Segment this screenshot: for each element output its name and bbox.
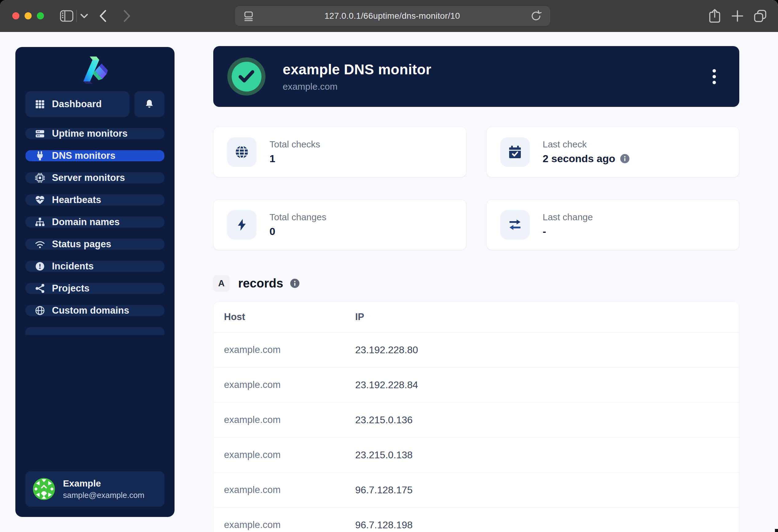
- server-stack-icon: [35, 128, 45, 139]
- arrows-swap-icon: [500, 210, 530, 240]
- ip-cell: 23.192.228.84: [355, 379, 739, 391]
- sidebar-item-uptime-monitors[interactable]: Uptime monitors: [25, 128, 164, 139]
- user-menu[interactable]: Example sample@example.com: [25, 471, 164, 507]
- sidebar-item-server-monitors[interactable]: Server monitors: [25, 172, 164, 183]
- grid-icon: [35, 99, 45, 109]
- column-header-ip: IP: [355, 312, 739, 323]
- globe-icon: [227, 137, 256, 167]
- stat-label: Last change: [543, 212, 593, 223]
- sidebar-item-partial[interactable]: [25, 327, 164, 335]
- user-email: sample@example.com: [63, 491, 144, 500]
- tab-overview-icon[interactable]: [751, 0, 769, 32]
- user-name: Example: [63, 478, 144, 489]
- sidebar-item-domain-names[interactable]: Domain names: [25, 216, 164, 228]
- sidebar-item-custom-domains[interactable]: Custom domains: [25, 305, 164, 316]
- page-settings-icon[interactable]: [243, 10, 254, 22]
- stat-value: 1: [269, 153, 275, 165]
- host-cell: example.com: [214, 379, 355, 390]
- stat-value: 0: [269, 226, 275, 238]
- sidebar-item-label: Uptime monitors: [52, 128, 128, 139]
- sidebar-item-label: Incidents: [52, 261, 94, 272]
- records-title: records: [238, 276, 283, 290]
- browser-window: 127.0.0.1/66uptime/dns-monitor/10: [0, 0, 778, 532]
- notifications-button[interactable]: [134, 91, 164, 117]
- sidebar-item-projects[interactable]: Projects: [25, 283, 164, 294]
- share-nodes-icon: [35, 283, 45, 294]
- column-header-host: Host: [214, 312, 355, 323]
- sidebar-item-dashboard[interactable]: Dashboard: [25, 91, 129, 117]
- table-row: example.com 96.7.128.175: [214, 473, 739, 508]
- sidebar: Dashboard Uptime monitors DNS moni: [15, 47, 174, 517]
- plug-icon: [35, 151, 45, 161]
- address-bar[interactable]: 127.0.0.1/66uptime/dns-monitor/10: [235, 6, 550, 26]
- ip-cell: 96.7.128.175: [355, 484, 739, 496]
- sidebar-item-status-pages[interactable]: Status pages: [25, 239, 164, 250]
- exclamation-circle-icon: [35, 261, 45, 272]
- calendar-check-icon: [500, 137, 530, 167]
- close-window-button[interactable]: [12, 12, 19, 19]
- heart-pulse-icon: [35, 195, 45, 205]
- host-cell: example.com: [214, 344, 355, 355]
- traffic-lights: [12, 12, 44, 19]
- table-row: example.com 23.215.0.136: [214, 403, 739, 438]
- forward-button[interactable]: [119, 0, 135, 32]
- stat-label: Last check: [543, 139, 630, 150]
- zoom-window-button[interactable]: [37, 12, 44, 19]
- stat-card-total-changes: Total changes 0: [213, 199, 466, 250]
- sidebar-item-heartbeats[interactable]: Heartbeats: [25, 194, 164, 205]
- stat-label: Total changes: [269, 212, 326, 223]
- stat-value: 2 seconds ago: [543, 153, 615, 165]
- bolt-icon: [227, 210, 256, 240]
- minimize-window-button[interactable]: [24, 12, 32, 19]
- sidebar-item-dns-monitors[interactable]: DNS monitors: [25, 150, 164, 161]
- status-up-icon: [227, 58, 265, 96]
- sidebar-item-incidents[interactable]: Incidents: [25, 261, 164, 272]
- host-cell: example.com: [214, 449, 355, 460]
- url-text[interactable]: 127.0.0.1/66uptime/dns-monitor/10: [254, 11, 531, 21]
- ip-cell: 23.192.228.80: [355, 344, 739, 356]
- sidebar-item-label: Heartbeats: [52, 194, 101, 205]
- wifi-icon: [35, 239, 45, 249]
- ip-cell: 96.7.128.198: [355, 519, 739, 531]
- stat-card-last-check: Last check 2 seconds ago: [486, 126, 739, 177]
- new-tab-icon[interactable]: [728, 0, 747, 32]
- sidebar-item-label: Status pages: [52, 239, 111, 250]
- app-logo-icon: [79, 55, 111, 84]
- back-button[interactable]: [95, 0, 110, 32]
- kebab-menu-icon[interactable]: [709, 66, 719, 87]
- records-table: Host IP example.com 23.192.228.80 exampl…: [213, 301, 739, 532]
- sidebar-item-label: Server monitors: [52, 172, 125, 183]
- reload-icon[interactable]: [531, 10, 542, 22]
- record-type-badge: A: [213, 275, 230, 291]
- chevron-down-icon[interactable]: [78, 0, 90, 32]
- table-row: example.com 23.192.228.84: [214, 368, 739, 403]
- sidebar-item-label: Domain names: [52, 216, 120, 228]
- info-icon[interactable]: [290, 279, 300, 288]
- monitor-header-card: example DNS monitor example.com: [213, 46, 739, 107]
- screen-corner-artifact: [775, 529, 778, 532]
- avatar: [33, 478, 55, 500]
- monitor-domain: example.com: [283, 81, 432, 92]
- stat-card-total-checks: Total checks 1: [213, 126, 466, 177]
- cpu-chip-icon: [35, 173, 45, 183]
- sidebar-item-label: Custom domains: [52, 305, 129, 316]
- info-icon[interactable]: [620, 154, 630, 163]
- records-section-header: A records: [213, 275, 300, 291]
- host-cell: example.com: [214, 484, 355, 496]
- toolbar-divider: [76, 10, 77, 22]
- table-row: example.com 23.215.0.138: [214, 438, 739, 473]
- page-title: example DNS monitor: [283, 61, 432, 78]
- table-row: example.com 96.7.128.198: [214, 508, 739, 532]
- ip-cell: 23.215.0.138: [355, 449, 739, 461]
- table-row: example.com 23.192.228.80: [214, 333, 739, 368]
- bell-icon: [144, 99, 154, 109]
- browser-toolbar: 127.0.0.1/66uptime/dns-monitor/10: [0, 0, 778, 32]
- sidebar-item-label: Dashboard: [52, 99, 102, 110]
- ip-cell: 23.215.0.136: [355, 414, 739, 426]
- sidebar-toggle-icon[interactable]: [58, 0, 75, 32]
- sidebar-item-label: DNS monitors: [52, 150, 115, 161]
- globe-icon: [35, 305, 45, 316]
- stat-label: Total checks: [269, 139, 320, 150]
- sidebar-item-label: Projects: [52, 283, 89, 294]
- share-icon[interactable]: [705, 0, 724, 32]
